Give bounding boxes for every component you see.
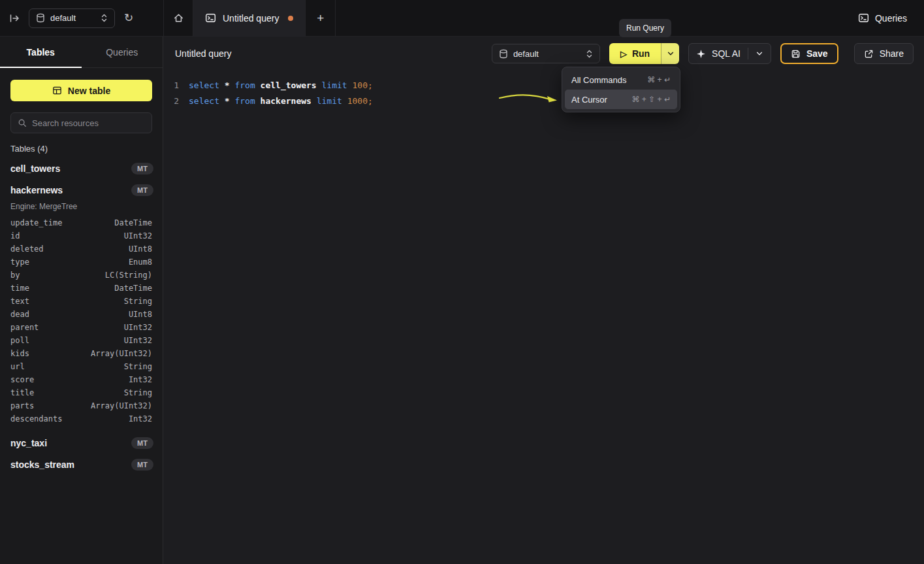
column-row[interactable]: typeEnum8: [0, 256, 163, 269]
editor-lines: 1select * from cell_towers limit 100;2se…: [163, 77, 924, 108]
share-button-label: Share: [880, 48, 904, 59]
column-row[interactable]: update_timeDateTime: [0, 216, 163, 229]
sql-ai-button[interactable]: SQL AI: [688, 43, 771, 64]
table-row[interactable]: hackernewsMT: [0, 179, 163, 201]
code-token: [317, 80, 322, 90]
topbar-spacer: [336, 0, 858, 36]
share-icon: [864, 49, 874, 59]
column-name: parent: [10, 323, 39, 332]
menu-item-all-commands[interactable]: All Commands ⌘ + ↵: [565, 70, 677, 90]
column-type: Enum8: [129, 257, 152, 267]
column-name: text: [10, 297, 29, 306]
run-options-button[interactable]: [661, 43, 679, 64]
columns-list: update_timeDateTimeidUInt32deletedUInt8t…: [0, 216, 163, 432]
column-row[interactable]: idUInt32: [0, 229, 163, 242]
column-name: kids: [10, 349, 29, 358]
run-split-button: ▷ Run: [609, 43, 679, 64]
column-row[interactable]: urlString: [0, 360, 163, 373]
code-token: ;: [368, 96, 373, 106]
column-name: descendants: [10, 414, 62, 423]
column-name: poll: [10, 336, 29, 345]
new-table-button[interactable]: New table: [10, 80, 152, 101]
code-token: [255, 80, 261, 90]
table-row[interactable]: stocks_streamMT: [0, 454, 163, 475]
terminal-icon: [205, 12, 216, 24]
column-row[interactable]: timeDateTime: [0, 282, 163, 295]
home-icon: [173, 12, 184, 24]
menu-item-shortcut: ⌘ + ↵: [647, 75, 671, 84]
tab-untitled-query[interactable]: Untitled query: [193, 0, 306, 36]
code-token: 100: [352, 80, 367, 90]
save-icon: [791, 49, 801, 59]
search-input[interactable]: [32, 118, 145, 128]
home-tab[interactable]: [163, 0, 193, 36]
divider: [748, 48, 748, 59]
column-row[interactable]: kidsArray(UInt32): [0, 347, 163, 360]
column-row[interactable]: partsArray(UInt32): [0, 399, 163, 412]
column-row[interactable]: pollUInt32: [0, 334, 163, 347]
updown-chevron-icon: [586, 49, 593, 59]
save-button[interactable]: Save: [780, 43, 838, 64]
column-row[interactable]: titleString: [0, 386, 163, 399]
table-row[interactable]: cell_towersMT: [0, 158, 163, 179]
search-box: [10, 112, 152, 133]
table-name: nyc_taxi: [10, 438, 47, 448]
sidebar-tab-tables[interactable]: Tables: [0, 37, 82, 67]
engine-label: Engine: MergeTree: [0, 201, 163, 216]
topbar-left: default ↻: [0, 0, 163, 36]
code-token: [219, 96, 225, 106]
code-token: [255, 96, 261, 106]
refresh-icon[interactable]: ↻: [124, 12, 133, 24]
column-type: LC(String): [105, 271, 152, 280]
collapse-sidebar-icon[interactable]: [9, 13, 20, 24]
column-type: DateTime: [114, 284, 152, 293]
query-database-selector[interactable]: default: [492, 44, 600, 63]
column-row[interactable]: deadUInt8: [0, 308, 163, 321]
column-name: parts: [10, 401, 34, 410]
tables-section-label: Tables (4): [0, 133, 163, 158]
updown-chevron-icon: [101, 13, 108, 23]
sql-editor[interactable]: 1select * from cell_towers limit 100;2se…: [163, 71, 924, 108]
tab-strip: Untitled query +: [163, 0, 336, 36]
engine-badge: MT: [131, 437, 153, 449]
engine-badge: MT: [131, 459, 153, 471]
menu-item-shortcut: ⌘ + ⇧ + ↵: [632, 95, 671, 104]
column-type: String: [124, 388, 152, 397]
queries-button[interactable]: Queries: [858, 12, 907, 24]
sidebar-tab-queries[interactable]: Queries: [82, 37, 163, 67]
run-button[interactable]: ▷ Run: [609, 43, 661, 64]
column-row[interactable]: deletedUInt8: [0, 242, 163, 256]
column-row[interactable]: textString: [0, 295, 163, 308]
sidebar-tabs: Tables Queries: [0, 37, 163, 68]
column-type: String: [124, 297, 152, 306]
column-name: dead: [10, 310, 29, 319]
column-row[interactable]: parentUInt32: [0, 321, 163, 334]
run-options-menu: All Commands ⌘ + ↵ At Cursor ⌘ + ⇧ + ↵: [562, 67, 680, 112]
menu-item-at-cursor[interactable]: At Cursor ⌘ + ⇧ + ↵: [565, 90, 677, 109]
column-type: UInt8: [129, 310, 152, 319]
table-name: stocks_stream: [10, 459, 74, 470]
share-button[interactable]: Share: [854, 43, 914, 64]
column-row[interactable]: descendantsInt32: [0, 412, 163, 425]
code-line[interactable]: 2select * from hackernews limit 1000;: [163, 93, 924, 108]
database-selector[interactable]: default: [29, 8, 115, 28]
table-row[interactable]: nyc_taxiMT: [0, 432, 163, 454]
code-token: select: [189, 96, 219, 106]
code-token: hackernews: [261, 96, 311, 106]
column-type: Array(UInt32): [91, 401, 152, 410]
column-type: UInt32: [124, 231, 152, 241]
table-name: hackernews: [10, 185, 63, 195]
new-tab-button[interactable]: +: [306, 0, 336, 36]
column-row[interactable]: scoreInt32: [0, 373, 163, 386]
column-type: UInt8: [129, 244, 152, 254]
column-type: Int32: [129, 375, 152, 384]
column-type: DateTime: [114, 218, 152, 227]
table-name: cell_towers: [10, 163, 60, 174]
queries-button-label: Queries: [875, 13, 907, 24]
chevron-down-icon[interactable]: [756, 50, 763, 58]
engine-badge: MT: [131, 163, 153, 174]
column-row[interactable]: byLC(String): [0, 269, 163, 282]
code-line[interactable]: 1select * from cell_towers limit 100;: [163, 77, 924, 93]
query-header: Untitled query default ▷ Run: [163, 37, 924, 71]
engine-badge: MT: [131, 184, 153, 196]
